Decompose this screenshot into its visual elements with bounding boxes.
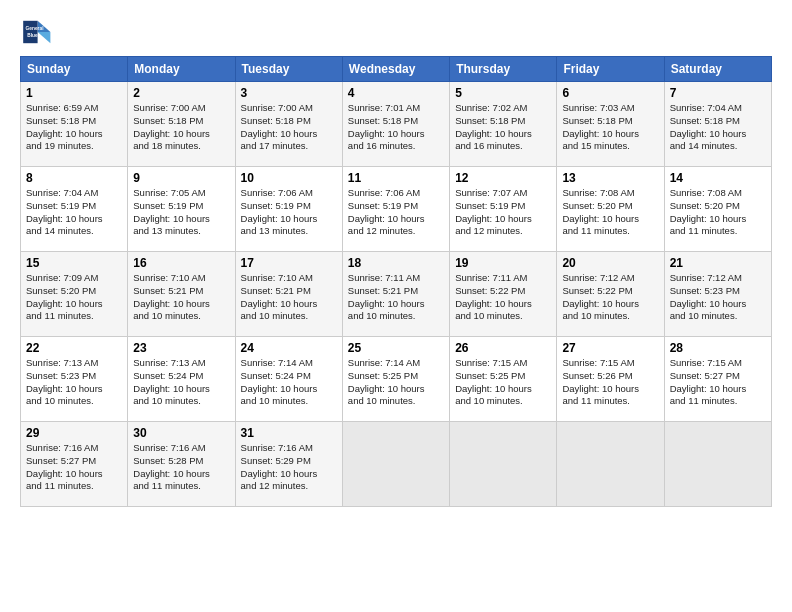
day-info: Sunrise: 7:13 AMSunset: 5:24 PMDaylight:… <box>133 357 229 408</box>
day-number: 28 <box>670 341 766 355</box>
calendar-cell: 30Sunrise: 7:16 AMSunset: 5:28 PMDayligh… <box>128 422 235 507</box>
calendar-cell: 7Sunrise: 7:04 AMSunset: 5:18 PMDaylight… <box>664 82 771 167</box>
calendar-table: SundayMondayTuesdayWednesdayThursdayFrid… <box>20 56 772 507</box>
calendar-cell: 28Sunrise: 7:15 AMSunset: 5:27 PMDayligh… <box>664 337 771 422</box>
day-number: 7 <box>670 86 766 100</box>
day-number: 15 <box>26 256 122 270</box>
day-info: Sunrise: 7:11 AMSunset: 5:22 PMDaylight:… <box>455 272 551 323</box>
calendar-cell <box>664 422 771 507</box>
day-info: Sunrise: 7:08 AMSunset: 5:20 PMDaylight:… <box>562 187 658 238</box>
calendar-header-thursday: Thursday <box>450 57 557 82</box>
calendar-header-row: SundayMondayTuesdayWednesdayThursdayFrid… <box>21 57 772 82</box>
day-number: 4 <box>348 86 444 100</box>
calendar-cell: 20Sunrise: 7:12 AMSunset: 5:22 PMDayligh… <box>557 252 664 337</box>
day-number: 10 <box>241 171 337 185</box>
day-number: 31 <box>241 426 337 440</box>
day-info: Sunrise: 7:08 AMSunset: 5:20 PMDaylight:… <box>670 187 766 238</box>
day-info: Sunrise: 7:11 AMSunset: 5:21 PMDaylight:… <box>348 272 444 323</box>
day-info: Sunrise: 7:10 AMSunset: 5:21 PMDaylight:… <box>241 272 337 323</box>
day-number: 11 <box>348 171 444 185</box>
day-info: Sunrise: 7:12 AMSunset: 5:22 PMDaylight:… <box>562 272 658 323</box>
day-number: 12 <box>455 171 551 185</box>
calendar-cell: 3Sunrise: 7:00 AMSunset: 5:18 PMDaylight… <box>235 82 342 167</box>
day-number: 16 <box>133 256 229 270</box>
calendar-week-1: 1Sunrise: 6:59 AMSunset: 5:18 PMDaylight… <box>21 82 772 167</box>
day-number: 9 <box>133 171 229 185</box>
day-info: Sunrise: 7:15 AMSunset: 5:25 PMDaylight:… <box>455 357 551 408</box>
calendar-week-3: 15Sunrise: 7:09 AMSunset: 5:20 PMDayligh… <box>21 252 772 337</box>
calendar-cell: 21Sunrise: 7:12 AMSunset: 5:23 PMDayligh… <box>664 252 771 337</box>
day-info: Sunrise: 7:13 AMSunset: 5:23 PMDaylight:… <box>26 357 122 408</box>
calendar-week-5: 29Sunrise: 7:16 AMSunset: 5:27 PMDayligh… <box>21 422 772 507</box>
calendar-cell: 24Sunrise: 7:14 AMSunset: 5:24 PMDayligh… <box>235 337 342 422</box>
day-info: Sunrise: 7:03 AMSunset: 5:18 PMDaylight:… <box>562 102 658 153</box>
calendar-cell: 5Sunrise: 7:02 AMSunset: 5:18 PMDaylight… <box>450 82 557 167</box>
day-info: Sunrise: 7:01 AMSunset: 5:18 PMDaylight:… <box>348 102 444 153</box>
day-info: Sunrise: 7:05 AMSunset: 5:19 PMDaylight:… <box>133 187 229 238</box>
day-number: 25 <box>348 341 444 355</box>
calendar-cell <box>450 422 557 507</box>
day-number: 22 <box>26 341 122 355</box>
calendar-cell: 10Sunrise: 7:06 AMSunset: 5:19 PMDayligh… <box>235 167 342 252</box>
calendar-cell: 11Sunrise: 7:06 AMSunset: 5:19 PMDayligh… <box>342 167 449 252</box>
calendar-cell: 31Sunrise: 7:16 AMSunset: 5:29 PMDayligh… <box>235 422 342 507</box>
day-info: Sunrise: 6:59 AMSunset: 5:18 PMDaylight:… <box>26 102 122 153</box>
calendar-cell: 2Sunrise: 7:00 AMSunset: 5:18 PMDaylight… <box>128 82 235 167</box>
day-info: Sunrise: 7:07 AMSunset: 5:19 PMDaylight:… <box>455 187 551 238</box>
day-info: Sunrise: 7:06 AMSunset: 5:19 PMDaylight:… <box>348 187 444 238</box>
calendar-cell: 16Sunrise: 7:10 AMSunset: 5:21 PMDayligh… <box>128 252 235 337</box>
day-info: Sunrise: 7:09 AMSunset: 5:20 PMDaylight:… <box>26 272 122 323</box>
day-number: 19 <box>455 256 551 270</box>
calendar-cell: 27Sunrise: 7:15 AMSunset: 5:26 PMDayligh… <box>557 337 664 422</box>
svg-text:Blue: Blue <box>27 33 38 38</box>
calendar-cell: 26Sunrise: 7:15 AMSunset: 5:25 PMDayligh… <box>450 337 557 422</box>
calendar-cell: 12Sunrise: 7:07 AMSunset: 5:19 PMDayligh… <box>450 167 557 252</box>
calendar-cell: 17Sunrise: 7:10 AMSunset: 5:21 PMDayligh… <box>235 252 342 337</box>
day-info: Sunrise: 7:04 AMSunset: 5:19 PMDaylight:… <box>26 187 122 238</box>
day-info: Sunrise: 7:16 AMSunset: 5:27 PMDaylight:… <box>26 442 122 493</box>
day-info: Sunrise: 7:14 AMSunset: 5:25 PMDaylight:… <box>348 357 444 408</box>
day-info: Sunrise: 7:00 AMSunset: 5:18 PMDaylight:… <box>133 102 229 153</box>
calendar-header-sunday: Sunday <box>21 57 128 82</box>
day-info: Sunrise: 7:15 AMSunset: 5:26 PMDaylight:… <box>562 357 658 408</box>
day-number: 13 <box>562 171 658 185</box>
day-number: 26 <box>455 341 551 355</box>
day-info: Sunrise: 7:15 AMSunset: 5:27 PMDaylight:… <box>670 357 766 408</box>
day-number: 2 <box>133 86 229 100</box>
day-number: 17 <box>241 256 337 270</box>
calendar-cell: 29Sunrise: 7:16 AMSunset: 5:27 PMDayligh… <box>21 422 128 507</box>
logo-icon: General Blue <box>20 16 52 48</box>
logo: General Blue <box>20 16 52 48</box>
calendar-cell: 1Sunrise: 6:59 AMSunset: 5:18 PMDaylight… <box>21 82 128 167</box>
day-info: Sunrise: 7:00 AMSunset: 5:18 PMDaylight:… <box>241 102 337 153</box>
calendar-cell: 15Sunrise: 7:09 AMSunset: 5:20 PMDayligh… <box>21 252 128 337</box>
calendar-cell: 13Sunrise: 7:08 AMSunset: 5:20 PMDayligh… <box>557 167 664 252</box>
day-number: 6 <box>562 86 658 100</box>
calendar-cell: 19Sunrise: 7:11 AMSunset: 5:22 PMDayligh… <box>450 252 557 337</box>
day-info: Sunrise: 7:12 AMSunset: 5:23 PMDaylight:… <box>670 272 766 323</box>
calendar-week-4: 22Sunrise: 7:13 AMSunset: 5:23 PMDayligh… <box>21 337 772 422</box>
day-number: 8 <box>26 171 122 185</box>
day-number: 30 <box>133 426 229 440</box>
day-number: 29 <box>26 426 122 440</box>
day-info: Sunrise: 7:06 AMSunset: 5:19 PMDaylight:… <box>241 187 337 238</box>
calendar-cell: 25Sunrise: 7:14 AMSunset: 5:25 PMDayligh… <box>342 337 449 422</box>
calendar-cell: 18Sunrise: 7:11 AMSunset: 5:21 PMDayligh… <box>342 252 449 337</box>
day-number: 1 <box>26 86 122 100</box>
calendar-cell: 4Sunrise: 7:01 AMSunset: 5:18 PMDaylight… <box>342 82 449 167</box>
day-number: 24 <box>241 341 337 355</box>
day-number: 14 <box>670 171 766 185</box>
day-info: Sunrise: 7:16 AMSunset: 5:28 PMDaylight:… <box>133 442 229 493</box>
day-info: Sunrise: 7:10 AMSunset: 5:21 PMDaylight:… <box>133 272 229 323</box>
calendar-cell: 14Sunrise: 7:08 AMSunset: 5:20 PMDayligh… <box>664 167 771 252</box>
day-number: 23 <box>133 341 229 355</box>
svg-rect-2 <box>23 21 37 43</box>
calendar-header-saturday: Saturday <box>664 57 771 82</box>
page: General Blue SundayMondayTuesdayWednesda… <box>0 0 792 612</box>
day-number: 5 <box>455 86 551 100</box>
calendar-header-wednesday: Wednesday <box>342 57 449 82</box>
svg-text:General: General <box>26 26 44 31</box>
day-number: 18 <box>348 256 444 270</box>
header: General Blue <box>20 16 772 48</box>
calendar-header-monday: Monday <box>128 57 235 82</box>
